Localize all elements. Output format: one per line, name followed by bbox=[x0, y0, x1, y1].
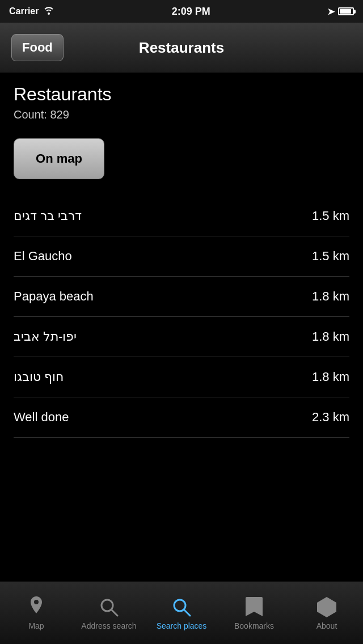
tab-bar: Map Address search Search places Bookmar… bbox=[0, 582, 363, 644]
list-item[interactable]: דרבי בר דגים 1.5 km bbox=[14, 196, 349, 236]
list-item-distance: 2.3 km bbox=[312, 410, 349, 425]
list-item-name: חוף טובגו bbox=[14, 370, 64, 384]
list-item-distance: 1.5 km bbox=[312, 209, 349, 223]
tab-search-places-label: Search places bbox=[157, 621, 207, 630]
status-left: Carrier bbox=[9, 6, 54, 17]
tab-map-label: Map bbox=[28, 621, 44, 630]
list-item[interactable]: חוף טובגו 1.8 km bbox=[14, 357, 349, 397]
list-item-name: דרבי בר דגים bbox=[14, 209, 82, 223]
tab-about-label: About bbox=[316, 621, 337, 630]
status-right: ➤ bbox=[327, 6, 354, 17]
restaurant-list: דרבי בר דגים 1.5 km El Gaucho 1.5 km Pap… bbox=[14, 196, 349, 438]
bookmarks-icon bbox=[243, 596, 265, 618]
tab-address-search[interactable]: Address search bbox=[73, 596, 145, 630]
list-item[interactable]: El Gaucho 1.5 km bbox=[14, 236, 349, 277]
section-title: Restaurants bbox=[14, 84, 349, 105]
list-item-distance: 1.5 km bbox=[312, 249, 349, 264]
location-icon: ➤ bbox=[327, 6, 335, 17]
list-item[interactable]: יפו-תל אביב 1.8 km bbox=[14, 317, 349, 357]
battery-icon bbox=[338, 7, 354, 15]
list-item-name: El Gaucho bbox=[14, 249, 72, 264]
main-content: Restaurants Count: 829 On map דרבי בר דג… bbox=[0, 73, 363, 438]
tab-bookmarks[interactable]: Bookmarks bbox=[218, 596, 290, 630]
tab-search-places[interactable]: Search places bbox=[145, 596, 218, 630]
wifi-icon bbox=[43, 6, 54, 17]
address-search-icon bbox=[98, 596, 120, 618]
nav-bar: Food Restaurants bbox=[0, 23, 363, 73]
carrier-label: Carrier bbox=[9, 6, 39, 16]
list-item-distance: 1.8 km bbox=[312, 370, 349, 384]
list-item[interactable]: Well done 2.3 km bbox=[14, 397, 349, 438]
status-time: 2:09 PM bbox=[172, 6, 210, 18]
tab-address-search-label: Address search bbox=[81, 621, 136, 630]
list-item[interactable]: Papaya beach 1.8 km bbox=[14, 277, 349, 317]
list-item-distance: 1.8 km bbox=[312, 289, 349, 304]
tab-bookmarks-label: Bookmarks bbox=[234, 621, 274, 630]
list-item-name: יפו-תל אביב bbox=[14, 329, 77, 344]
tab-about[interactable]: About bbox=[290, 596, 363, 630]
svg-line-1 bbox=[112, 610, 117, 616]
svg-line-3 bbox=[184, 610, 190, 616]
list-item-name: Well done bbox=[14, 410, 69, 425]
list-item-distance: 1.8 km bbox=[312, 329, 349, 344]
search-places-icon bbox=[171, 596, 192, 618]
status-bar: Carrier 2:09 PM ➤ bbox=[0, 0, 363, 23]
tab-map[interactable]: Map bbox=[0, 596, 73, 630]
about-icon bbox=[316, 596, 337, 618]
on-map-button[interactable]: On map bbox=[14, 138, 104, 179]
food-back-button[interactable]: Food bbox=[11, 34, 64, 61]
map-icon bbox=[26, 596, 47, 618]
count-label: Count: 829 bbox=[14, 108, 349, 121]
list-item-name: Papaya beach bbox=[14, 289, 94, 304]
